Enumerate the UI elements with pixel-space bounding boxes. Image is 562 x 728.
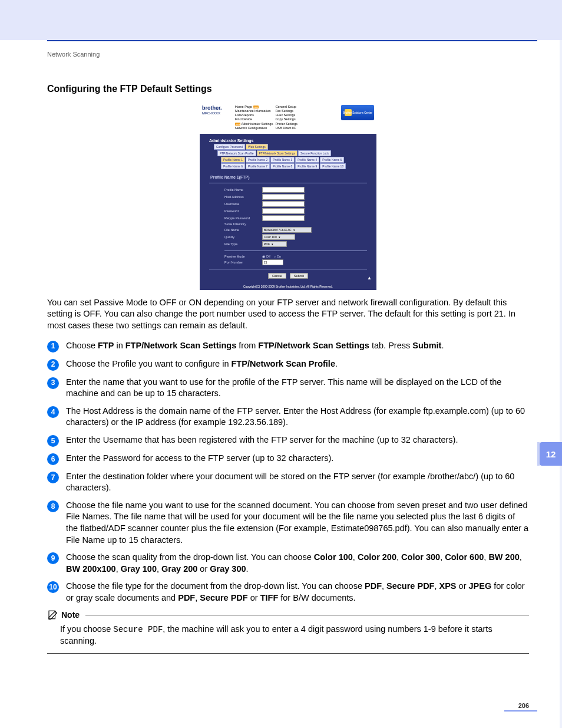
label-file-type: File Type <box>224 242 262 246</box>
to-top-icon: ▲ <box>367 275 372 281</box>
step-5: Enter the Username that has been registe… <box>66 434 529 446</box>
input-username <box>262 201 305 207</box>
step-9: Choose the scan quality from the drop-do… <box>66 552 529 575</box>
tab-profile-7: Profile Name 7 <box>246 163 270 169</box>
page-number: 206 <box>518 702 529 709</box>
admin-settings-heading: Administrator Settings <box>209 139 367 143</box>
intro-paragraph: You can set Passive Mode to OFF or ON de… <box>47 297 529 332</box>
step-badge-1: 1 <box>47 341 59 353</box>
step-6: Enter the Password for access to the FTP… <box>66 453 529 465</box>
input-retype-password <box>262 215 305 221</box>
label-retype-password: Retype Password <box>224 216 262 220</box>
model-label: MFC-XXXX <box>202 111 235 115</box>
label-username: Username <box>224 202 262 206</box>
tab-profile-8: Profile Name 8 <box>270 163 295 169</box>
label-store-directory: Store Directory <box>224 222 262 226</box>
tab-profile-10: Profile Name 10 <box>320 163 346 169</box>
running-header: Network Scanning <box>47 51 529 58</box>
step-badge-10: 10 <box>47 581 59 593</box>
tab-profile-2: Profile Name 2 <box>246 157 270 163</box>
profile-heading: Profile Name 1(FTP) <box>210 175 367 179</box>
step-badge-8: 8 <box>47 500 59 512</box>
note-body: If you choose Secure PDF, the machine wi… <box>60 624 529 647</box>
step-10: Choose the file type for the document fr… <box>66 581 529 604</box>
tab-profile-9: Profile Name 9 <box>295 163 319 169</box>
step-8: Choose the file name you want to use for… <box>66 500 529 546</box>
step-4: The Host Address is the domain name of t… <box>66 406 529 429</box>
step-1: Choose FTP in FTP/Network Scan Settings … <box>66 340 529 352</box>
step-3: Enter the name that you want to use for … <box>66 377 529 400</box>
note-icon <box>47 610 58 620</box>
input-password <box>262 208 305 214</box>
label-quality: Quality <box>224 235 262 239</box>
label-file-name: File Name <box>224 228 262 232</box>
tab-profile-6: Profile Name 6 <box>221 163 245 169</box>
input-port-number: 21 <box>262 259 283 265</box>
step-badge-2: 2 <box>47 359 59 371</box>
step-7: Enter the destination folder where your … <box>66 471 529 494</box>
step-badge-3: 3 <box>47 377 59 389</box>
label-profile-name: Profile Name <box>224 188 262 192</box>
note-label: Note <box>61 610 80 620</box>
brand-logo: brother. <box>202 105 235 111</box>
label-passive-mode: Passive Mode <box>224 255 262 258</box>
tab-configure-password: Configure Password <box>214 144 245 150</box>
input-host-address <box>262 194 305 200</box>
step-badge-9: 9 <box>47 552 59 564</box>
label-port-number: Port Number <box>224 261 262 264</box>
step-2: Choose the Profile you want to configure… <box>66 358 529 370</box>
label-host-address: Host Address <box>224 195 262 199</box>
step-badge-7: 7 <box>47 472 59 483</box>
tab-web-settings: Web Settings <box>246 144 268 150</box>
select-file-name: BRN008077C6CF3C▾ <box>262 227 312 233</box>
chapter-tab: 12 <box>540 442 562 466</box>
submit-button: Submit <box>290 273 308 279</box>
select-file-type: PDF▾ <box>262 241 287 247</box>
tab-profile-5: Profile Name 5 <box>320 157 344 163</box>
tab-ftp-net-profile: FTP/Network Scan Profile <box>217 150 256 156</box>
tab-profile-3: Profile Name 3 <box>270 157 295 163</box>
solutions-center-badge: Brother Solutions Center <box>341 105 374 120</box>
step-badge-6: 6 <box>47 453 59 465</box>
tab-ftp-net-settings: FTP/Network Scan Settings <box>257 150 297 156</box>
step-badge-5: 5 <box>47 435 59 447</box>
tab-profile-4: Profile Name 4 <box>295 157 319 163</box>
input-profile-name <box>262 187 305 193</box>
select-quality: Color 100▾ <box>262 234 295 240</box>
tab-secure-lock: Secure Function Lock <box>298 150 331 156</box>
page-title: Configuring the FTP Default Settings <box>47 84 529 94</box>
step-badge-4: 4 <box>47 406 59 418</box>
copyright: Copyright(C) 2000-2009 Brother Industrie… <box>200 285 376 290</box>
tab-profile-1: Profile Name 1 <box>221 157 245 163</box>
cancel-button: Cancel <box>268 273 286 279</box>
radio-passive-mode: OffOn <box>262 255 281 258</box>
embedded-screenshot: brother. MFC-XXXX Home Page new Maintena… <box>200 103 376 290</box>
label-password: Password <box>224 209 262 213</box>
